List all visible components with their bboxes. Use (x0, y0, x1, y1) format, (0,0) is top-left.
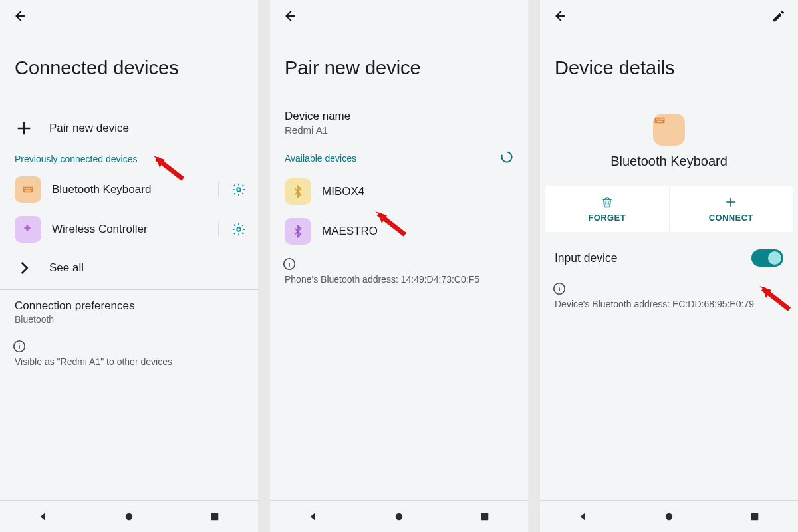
keyboard-icon (15, 176, 41, 203)
nav-back-icon[interactable] (300, 511, 327, 523)
forget-label: FORGET (588, 213, 626, 223)
connect-button[interactable]: CONNECT (670, 186, 793, 232)
info-icon (282, 257, 297, 271)
nav-bar (0, 500, 258, 532)
device-name: MAESTRO (322, 225, 519, 238)
device-hero: Bluetooth Keyboard (540, 110, 798, 181)
loading-spinner-icon (500, 150, 513, 166)
nav-back-icon[interactable] (30, 511, 57, 523)
back-icon[interactable] (282, 9, 297, 26)
nav-recents-icon[interactable] (471, 511, 498, 523)
nav-bar (270, 500, 528, 532)
device-name: Bluetooth Keyboard (52, 183, 218, 196)
nav-recents-icon[interactable] (201, 511, 228, 523)
keyboard-icon (653, 114, 685, 146)
action-bar: FORGET CONNECT (545, 186, 793, 232)
svg-rect-11 (211, 513, 219, 520)
forget-button[interactable]: FORGET (545, 186, 670, 232)
svg-point-13 (396, 513, 403, 520)
visible-as-note: Visible as "Redmi A1" to other devices (0, 354, 258, 367)
chevron-right-icon (15, 259, 33, 277)
svg-rect-1 (24, 188, 25, 190)
pref-title: Connection preferences (15, 299, 243, 313)
svg-point-10 (126, 513, 133, 520)
bluetooth-icon (285, 178, 311, 205)
page-title: Connected devices (0, 35, 258, 110)
svg-rect-6 (25, 190, 31, 192)
device-settings-button[interactable] (218, 222, 249, 237)
svg-point-23 (666, 513, 673, 520)
svg-rect-17 (658, 119, 659, 120)
svg-rect-24 (751, 513, 759, 520)
back-icon[interactable] (552, 9, 567, 26)
svg-point-8 (237, 227, 241, 231)
svg-rect-4 (29, 188, 31, 190)
device-hero-name: Bluetooth Keyboard (610, 154, 728, 169)
pref-sub: Bluetooth (15, 314, 243, 325)
phone-bt-address: Phone's Bluetooth address: 14:49:D4:73:C… (270, 271, 528, 285)
edit-icon[interactable] (771, 9, 786, 26)
pair-new-device-row[interactable]: Pair new device (0, 110, 258, 147)
nav-home-icon[interactable] (116, 511, 142, 523)
device-name: Wireless Controller (52, 223, 218, 236)
svg-rect-20 (662, 119, 664, 120)
connection-preferences-row[interactable]: Connection preferences Bluetooth (0, 290, 258, 334)
nav-back-icon[interactable] (570, 511, 597, 523)
nav-bar (540, 500, 798, 532)
pointer-arrow-icon (368, 205, 408, 238)
pair-label: Pair new device (49, 122, 243, 135)
device-name: MIBOX4 (322, 185, 519, 198)
device-settings-button[interactable] (218, 182, 249, 197)
svg-point-7 (237, 188, 241, 192)
info-icon (12, 339, 27, 354)
info-icon (552, 281, 567, 296)
see-all-row[interactable]: See all (0, 249, 258, 287)
gamepad-icon (15, 216, 41, 243)
svg-rect-3 (27, 188, 29, 190)
svg-rect-21 (657, 121, 662, 122)
device-row-controller[interactable]: Wireless Controller (0, 209, 258, 249)
device-name-block[interactable]: Device name Redmi A1 (270, 110, 528, 145)
available-devices-header: Available devices (285, 153, 500, 164)
device-name-label: Device name (285, 110, 513, 123)
svg-rect-16 (656, 119, 657, 120)
pointer-arrow-icon (753, 279, 793, 313)
svg-rect-14 (481, 513, 489, 520)
connect-label: CONNECT (709, 213, 753, 223)
svg-rect-18 (659, 119, 660, 120)
plus-icon (15, 119, 33, 138)
svg-rect-15 (655, 118, 665, 123)
nav-home-icon[interactable] (386, 511, 412, 523)
input-device-row[interactable]: Input device (540, 232, 798, 276)
nav-home-icon[interactable] (656, 511, 682, 523)
screen-device-details: Device details Bluetooth Keyboard FORGET… (540, 0, 798, 532)
svg-rect-19 (661, 119, 662, 120)
svg-rect-0 (23, 187, 33, 192)
nav-recents-icon[interactable] (741, 511, 768, 523)
back-icon[interactable] (12, 9, 27, 26)
svg-rect-2 (26, 188, 27, 190)
input-device-label: Input device (555, 251, 751, 265)
device-row-keyboard[interactable]: Bluetooth Keyboard (0, 170, 258, 209)
page-title: Device details (540, 35, 798, 110)
svg-rect-5 (31, 188, 32, 190)
pointer-arrow-icon (146, 149, 186, 182)
input-device-toggle[interactable] (751, 249, 783, 267)
page-title: Pair new device (270, 35, 528, 110)
screen-pair-new-device: Pair new device Device name Redmi A1 Ava… (270, 0, 528, 532)
bluetooth-icon (285, 218, 311, 245)
screen-connected-devices: Connected devices Pair new device Previo… (0, 0, 258, 532)
prev-devices-header: Previously connected devices (0, 147, 258, 170)
device-name-value: Redmi A1 (285, 124, 513, 136)
see-all-label: See all (49, 261, 243, 275)
